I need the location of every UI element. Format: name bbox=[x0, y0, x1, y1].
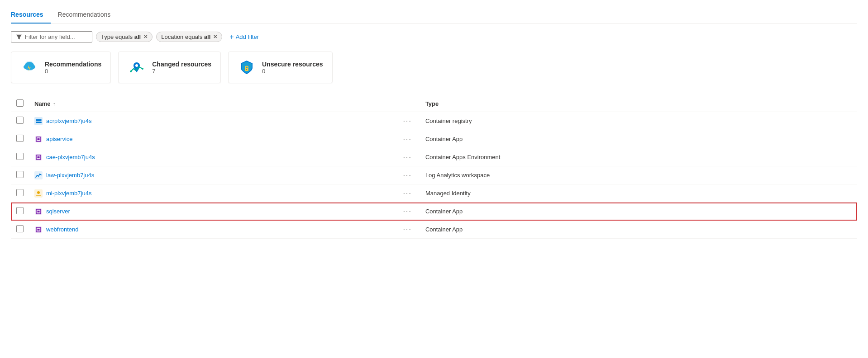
type-filter-label: Type equals all bbox=[101, 33, 141, 40]
select-all-checkbox[interactable] bbox=[16, 99, 24, 107]
filter-bar: Filter for any field... Type equals all … bbox=[11, 31, 857, 42]
header-dots-col bbox=[393, 96, 420, 112]
location-filter-chip[interactable]: Location equals all ✕ bbox=[156, 32, 222, 42]
header-type-col[interactable]: Type bbox=[420, 96, 857, 112]
recommendations-card[interactable]: Recommendations 0 bbox=[11, 52, 111, 83]
name-cell-content: apiservice bbox=[34, 135, 387, 143]
row-name-cell: sqlserver bbox=[29, 203, 393, 221]
unsecure-resources-card[interactable]: Unsecure resources 0 bbox=[228, 52, 333, 83]
resource-name-link[interactable]: law-plxvjemb7ju4s bbox=[46, 172, 94, 179]
resource-name-link[interactable]: sqlserver bbox=[46, 208, 70, 215]
row-checkbox[interactable] bbox=[16, 189, 24, 196]
row-dots-cell: ··· bbox=[393, 166, 420, 184]
recommendations-card-count: 0 bbox=[45, 68, 101, 75]
tab-recommendations[interactable]: Recommendations bbox=[58, 7, 118, 24]
row-checkbox-cell bbox=[11, 112, 29, 130]
row-dots-cell: ··· bbox=[393, 203, 420, 221]
row-checkbox-cell bbox=[11, 203, 29, 221]
svg-point-24 bbox=[38, 156, 39, 158]
row-type-cell: Container registry bbox=[420, 112, 857, 130]
row-context-menu[interactable]: ··· bbox=[401, 152, 415, 162]
row-context-menu[interactable]: ··· bbox=[401, 116, 415, 126]
row-checkbox-cell bbox=[11, 184, 29, 203]
resource-name-link[interactable]: mi-plxvjemb7ju4s bbox=[46, 190, 91, 197]
filter-icon bbox=[16, 34, 22, 40]
unsecure-resources-card-label: Unsecure resources bbox=[262, 61, 323, 68]
row-checkbox[interactable] bbox=[16, 171, 24, 178]
table-row: apiservice ··· Container App bbox=[11, 130, 857, 148]
tab-resources[interactable]: Resources bbox=[11, 7, 51, 24]
resource-name-link[interactable]: cae-plxvjemb7ju4s bbox=[46, 154, 95, 160]
row-type-cell: Log Analytics workspace bbox=[420, 166, 857, 184]
table-header-row: Name ↑ Type bbox=[11, 96, 857, 112]
svg-point-35 bbox=[38, 229, 39, 231]
row-context-menu[interactable]: ··· bbox=[401, 188, 415, 198]
row-type-cell: Managed Identity bbox=[420, 184, 857, 203]
row-checkbox[interactable] bbox=[16, 135, 24, 142]
svg-point-9 bbox=[142, 68, 143, 70]
changed-resources-card[interactable]: Changed resources 7 bbox=[118, 52, 221, 83]
name-cell-content: sqlserver bbox=[34, 207, 387, 216]
resource-icon bbox=[34, 135, 43, 143]
svg-point-15 bbox=[41, 119, 42, 120]
row-checkbox-cell bbox=[11, 130, 29, 148]
table-body: acrplxvjemb7ju4s ··· Container registry … bbox=[11, 112, 857, 239]
svg-point-27 bbox=[37, 191, 40, 194]
name-cell-content: law-plxvjemb7ju4s bbox=[34, 171, 387, 179]
svg-point-31 bbox=[38, 211, 39, 212]
location-filter-close[interactable]: ✕ bbox=[213, 34, 217, 40]
row-dots-cell: ··· bbox=[393, 221, 420, 239]
row-checkbox-cell bbox=[11, 148, 29, 166]
row-checkbox[interactable] bbox=[16, 225, 24, 232]
resource-icon bbox=[34, 189, 43, 198]
row-checkbox[interactable] bbox=[16, 207, 24, 214]
row-checkbox[interactable] bbox=[16, 117, 24, 124]
svg-point-7 bbox=[135, 64, 138, 67]
changed-resources-card-count: 7 bbox=[152, 68, 211, 75]
row-context-menu[interactable]: ··· bbox=[401, 225, 415, 234]
row-name-cell: apiservice bbox=[29, 130, 393, 148]
resource-name-link[interactable]: acrplxvjemb7ju4s bbox=[46, 118, 91, 124]
row-context-menu[interactable]: ··· bbox=[401, 134, 415, 144]
filter-input-box[interactable]: Filter for any field... bbox=[11, 31, 92, 42]
changed-resources-card-text: Changed resources 7 bbox=[152, 61, 211, 75]
type-filter-chip[interactable]: Type equals all ✕ bbox=[96, 32, 153, 42]
row-checkbox-cell bbox=[11, 166, 29, 184]
row-type-cell: Container App bbox=[420, 221, 857, 239]
row-context-menu[interactable]: ··· bbox=[401, 170, 415, 180]
row-checkbox-cell bbox=[11, 221, 29, 239]
row-dots-cell: ··· bbox=[393, 112, 420, 130]
resource-icon bbox=[34, 171, 43, 179]
row-dots-cell: ··· bbox=[393, 130, 420, 148]
add-filter-label: Add filter bbox=[236, 33, 259, 40]
row-checkbox[interactable] bbox=[16, 153, 24, 160]
row-type-cell: Container App bbox=[420, 203, 857, 221]
resource-name-link[interactable]: apiservice bbox=[46, 136, 73, 142]
row-dots-cell: ··· bbox=[393, 148, 420, 166]
resource-icon bbox=[34, 117, 43, 125]
changed-resources-card-icon bbox=[128, 58, 146, 76]
resource-name-link[interactable]: webfrontend bbox=[46, 226, 79, 233]
header-name-col[interactable]: Name ↑ bbox=[29, 96, 393, 112]
tabs-bar: Resources Recommendations bbox=[11, 7, 857, 24]
row-context-menu[interactable]: ··· bbox=[401, 207, 415, 216]
svg-rect-14 bbox=[36, 122, 41, 123]
row-dots-cell: ··· bbox=[393, 184, 420, 203]
row-name-cell: mi-plxvjemb7ju4s bbox=[29, 184, 393, 203]
row-name-cell: webfrontend bbox=[29, 221, 393, 239]
row-name-cell: acrplxvjemb7ju4s bbox=[29, 112, 393, 130]
recommendations-card-icon bbox=[20, 58, 38, 76]
row-name-cell: law-plxvjemb7ju4s bbox=[29, 166, 393, 184]
table-row: sqlserver ··· Container App bbox=[11, 203, 857, 221]
add-filter-button[interactable]: + Add filter bbox=[226, 32, 262, 42]
table-row: cae-plxvjemb7ju4s ··· Container Apps Env… bbox=[11, 148, 857, 166]
filter-placeholder: Filter for any field... bbox=[25, 33, 75, 40]
name-sort-icon: ↑ bbox=[53, 101, 56, 107]
row-type-cell: Container App bbox=[420, 130, 857, 148]
header-checkbox-col bbox=[11, 96, 29, 112]
resource-icon bbox=[34, 226, 43, 234]
name-cell-content: acrplxvjemb7ju4s bbox=[34, 117, 387, 125]
svg-point-16 bbox=[41, 122, 42, 122]
row-name-cell: cae-plxvjemb7ju4s bbox=[29, 148, 393, 166]
type-filter-close[interactable]: ✕ bbox=[143, 34, 148, 40]
